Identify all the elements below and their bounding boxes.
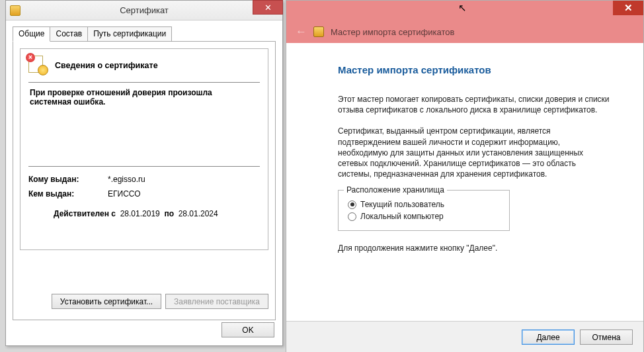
cert-close-button[interactable]: ✕ — [253, 0, 283, 15]
tab-panel-general: × Сведения о сертификате При проверке от… — [13, 41, 276, 320]
radio-current-user-label: Текущий пользователь — [360, 200, 444, 209]
cert-info-header: × Сведения о сертификате — [28, 56, 260, 83]
issued-by-value: ЕГИССО — [108, 189, 141, 198]
panel-buttons: Установить сертификат... Заявление поста… — [52, 294, 268, 309]
tab-details[interactable]: Состав — [50, 26, 88, 42]
wizard-breadcrumb: Мастер импорта сертификатов — [331, 27, 454, 37]
cert-body: Общие Состав Путь сертификации × Сведени… — [6, 21, 282, 327]
close-icon: ✕ — [264, 3, 272, 13]
wizard-intro-2: Сертификат, выданный центром сертификаци… — [338, 126, 612, 179]
wizard-heading: Мастер импорта сертификатов — [338, 64, 612, 75]
cert-footer: OK — [221, 322, 274, 337]
wizard-footer: Далее Отмена — [286, 321, 643, 352]
wizard-window: ↖ ✕ ← Мастер импорта сертификатов Мастер… — [286, 0, 644, 352]
radio-icon — [348, 200, 356, 209]
cert-window-title: Сертификат — [6, 5, 282, 15]
next-button[interactable]: Далее — [522, 330, 575, 345]
cursor-icon: ↖ — [458, 2, 467, 14]
radio-icon — [348, 212, 356, 221]
shield-icon — [313, 26, 324, 37]
field-validity: Действителен с 28.01.2019 по 28.01.2024 — [28, 209, 260, 218]
cert-info-caption: Сведения о сертификате — [55, 61, 158, 70]
ok-button[interactable]: OK — [221, 322, 274, 337]
tab-certpath[interactable]: Путь сертификации — [87, 26, 172, 42]
group-legend: Расположение хранилища — [344, 185, 447, 195]
back-arrow-icon[interactable]: ← — [296, 25, 307, 38]
cert-tabstrip: Общие Состав Путь сертификации — [13, 26, 276, 41]
field-issued-to: Кому выдан: *.egisso.ru — [28, 175, 260, 184]
certificate-window: Сертификат ✕ Общие Состав Путь сертифика… — [5, 0, 283, 346]
wizard-titlebar[interactable]: ↖ ✕ — [286, 1, 643, 21]
cert-error-message: При проверке отношений доверия произошла… — [30, 88, 260, 107]
wizard-intro-1: Этот мастер помогает копировать сертифик… — [338, 94, 612, 115]
certificate-info-box: × Сведения о сертификате При проверке от… — [20, 48, 268, 250]
close-icon: ✕ — [624, 2, 633, 14]
cert-titlebar[interactable]: Сертификат ✕ — [6, 1, 282, 21]
install-certificate-button[interactable]: Установить сертификат... — [52, 294, 161, 309]
wizard-content: Мастер импорта сертификатов Этот мастер … — [286, 43, 643, 321]
tab-general[interactable]: Общие — [13, 26, 50, 42]
separator: Кому выдан: *.egisso.ru Кем выдан: ЕГИСС… — [28, 166, 260, 218]
radio-local-computer[interactable]: Локальный компьютер — [348, 212, 500, 221]
vendor-statement-button: Заявление поставщика — [165, 294, 268, 309]
issued-to-value: *.egisso.ru — [108, 175, 145, 184]
store-location-group: Расположение хранилища Текущий пользоват… — [338, 190, 510, 231]
wizard-close-button[interactable]: ✕ — [613, 1, 643, 15]
issued-to-label: Кому выдан: — [28, 175, 108, 184]
radio-local-computer-label: Локальный компьютер — [360, 212, 444, 221]
issued-by-label: Кем выдан: — [28, 189, 108, 198]
certificate-error-icon: × — [28, 56, 48, 75]
wizard-continue-hint: Для продолжения нажмите кнопку "Далее". — [338, 243, 612, 253]
cancel-button[interactable]: Отмена — [580, 330, 633, 345]
wizard-header: ← Мастер импорта сертификатов — [286, 21, 643, 43]
radio-current-user[interactable]: Текущий пользователь — [348, 200, 500, 209]
field-issued-by: Кем выдан: ЕГИССО — [28, 189, 260, 198]
